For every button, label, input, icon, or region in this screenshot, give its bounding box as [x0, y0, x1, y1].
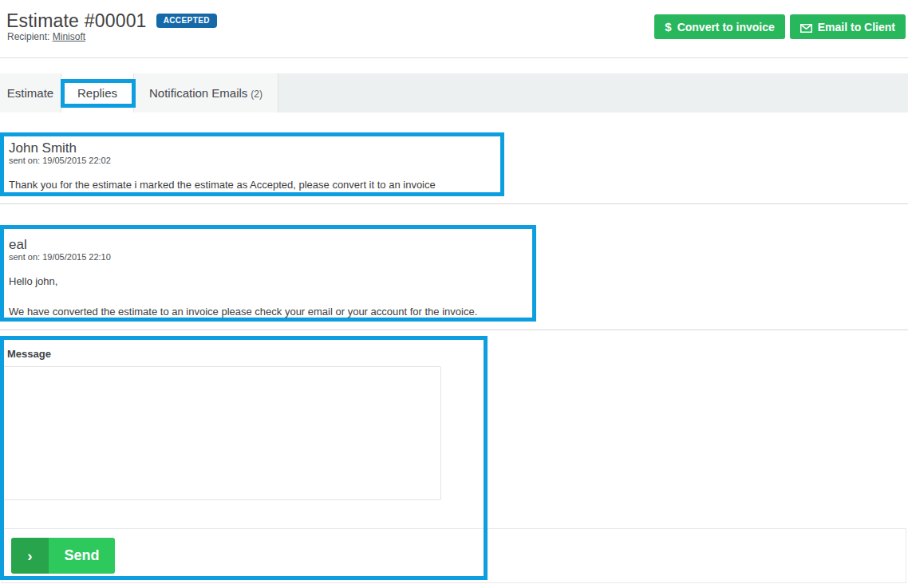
recipient-label: Recipient:	[7, 31, 49, 42]
chevron-right-icon: ›	[11, 538, 49, 574]
reply-item: eal sent on: 19/05/2015 22:10 Hello john…	[9, 237, 495, 318]
convert-to-invoice-button[interactable]: $ Convert to invoice	[654, 14, 784, 39]
message-label: Message	[7, 348, 51, 360]
reply-sent-on: sent on: 19/05/2015 22:02	[9, 156, 495, 166]
reply-body: Thank you for the estimate i marked the …	[9, 179, 495, 191]
reply-sent-on: sent on: 19/05/2015 22:10	[9, 252, 495, 262]
reply-body: Hello john, We have converted the estima…	[9, 275, 495, 318]
email-to-client-button[interactable]: Email to Client	[790, 14, 906, 39]
tab-notification-emails-count: (2)	[251, 89, 263, 100]
tab-estimate-label: Estimate	[7, 86, 53, 100]
tab-estimate[interactable]: Estimate	[0, 73, 61, 112]
email-to-client-label: Email to Client	[818, 21, 895, 34]
reply-paragraph: Hello john,	[9, 275, 495, 288]
header-actions: $ Convert to invoice Email to Client	[654, 14, 906, 39]
reply-author: eal	[9, 237, 495, 252]
send-button-label: Send	[49, 538, 115, 574]
reply-item: John Smith sent on: 19/05/2015 22:02 Tha…	[9, 140, 495, 191]
page-header: Estimate #00001 ACCEPTED	[6, 10, 217, 32]
tab-replies-label: Replies	[77, 86, 117, 100]
dollar-icon: $	[665, 20, 671, 34]
reply-form-footer-panel: › Send	[2, 528, 906, 583]
tab-notification-emails-label: Notification Emails	[149, 86, 247, 100]
convert-to-invoice-label: Convert to invoice	[677, 21, 775, 34]
recipient-line: Recipient: Minisoft	[7, 31, 85, 42]
status-badge: ACCEPTED	[156, 14, 217, 28]
section-divider	[0, 330, 908, 330]
reply-author: John Smith	[9, 140, 495, 156]
envelope-icon	[800, 22, 812, 31]
page-title: Estimate #00001	[6, 10, 147, 32]
recipient-link[interactable]: Minisoft	[53, 31, 85, 42]
tab-bar: Estimate Replies Notification Emails(2)	[0, 73, 908, 112]
header-divider	[0, 57, 908, 58]
reply-divider	[0, 203, 908, 204]
estimate-detail-page: Estimate #00001 ACCEPTED Recipient: Mini…	[0, 0, 908, 588]
message-input[interactable]	[2, 366, 441, 500]
tab-replies[interactable]: Replies	[61, 73, 134, 112]
reply-paragraph: We have converted the estimate to an inv…	[9, 306, 495, 318]
tab-notification-emails[interactable]: Notification Emails(2)	[134, 73, 278, 112]
send-button[interactable]: › Send	[11, 538, 115, 574]
reply-paragraph: Thank you for the estimate i marked the …	[9, 179, 495, 191]
